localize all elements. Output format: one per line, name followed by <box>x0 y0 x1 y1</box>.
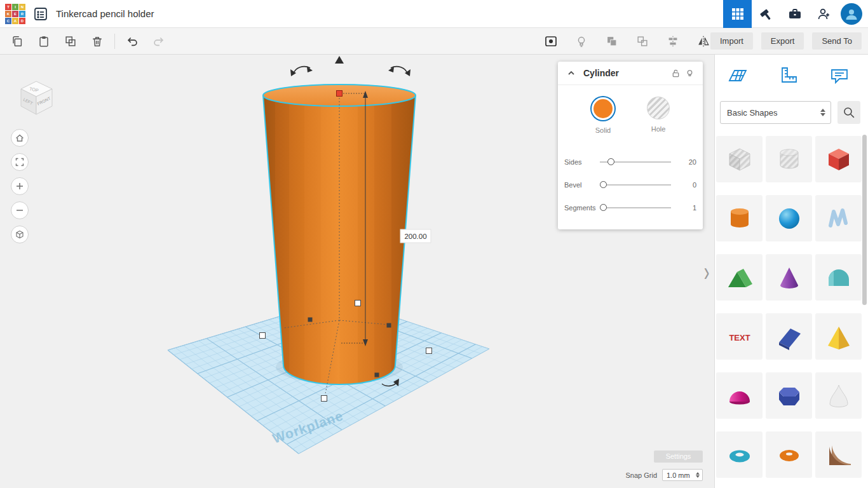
shape-tiles-grid: TEXT <box>716 136 862 478</box>
sides-slider-knob[interactable] <box>607 158 614 165</box>
hole-label: Hole <box>651 125 666 133</box>
paste-icon[interactable] <box>34 32 53 51</box>
shape-t tile-fillet[interactable] <box>815 431 862 478</box>
shape-tile-pyramid[interactable] <box>815 313 862 360</box>
segments-row: Segments 1 <box>564 196 696 219</box>
tinkercad-logo[interactable]: T I N K E R C A D <box>5 4 25 24</box>
edge-handle[interactable] <box>308 318 313 322</box>
undo-icon[interactable] <box>123 32 142 51</box>
export-button[interactable]: Export <box>761 32 804 50</box>
solid-swatch[interactable] <box>593 99 613 118</box>
classes-briefcase-icon[interactable] <box>780 0 809 28</box>
snap-grid-select[interactable]: 1.0 mm <box>662 469 703 481</box>
hole-option[interactable]: Hole <box>647 97 670 134</box>
duplicate-icon[interactable] <box>61 32 80 51</box>
snap-grid-control: Snap Grid 1.0 mm <box>625 469 703 481</box>
logo-tile: D <box>19 18 25 24</box>
shape-tile-round-roof[interactable] <box>815 254 862 301</box>
corner-handle[interactable] <box>426 348 432 354</box>
segments-slider-knob[interactable] <box>600 204 607 211</box>
perspective-toggle-button[interactable] <box>11 226 29 243</box>
rotate-handle-top-left[interactable] <box>290 67 313 76</box>
shape-tile-hole-cylinder[interactable] <box>766 136 812 182</box>
visibility-bulb-icon[interactable] <box>682 66 696 80</box>
solid-option[interactable]: Solid <box>591 97 615 134</box>
home-view-button[interactable] <box>11 129 29 147</box>
copy-icon[interactable] <box>8 32 27 51</box>
lock-icon[interactable] <box>668 66 682 80</box>
shape-search-button[interactable] <box>837 101 860 124</box>
collapse-chevron-icon[interactable] <box>564 66 578 80</box>
shape-category-select[interactable]: Basic Shapes <box>720 101 831 124</box>
hole-swatch[interactable] <box>647 97 670 119</box>
logo-tile: T <box>5 4 11 10</box>
shape-tile-sphere[interactable] <box>766 195 812 241</box>
fit-view-button[interactable] <box>11 153 29 171</box>
zoom-in-button[interactable] <box>11 177 29 195</box>
design-menu-icon[interactable] <box>33 6 48 22</box>
corner-handle[interactable] <box>260 333 266 339</box>
edge-handle[interactable] <box>387 323 391 328</box>
align-icon[interactable] <box>663 32 682 51</box>
shape-tile-hole-box[interactable] <box>716 136 763 182</box>
snap-grid-arrows-icon <box>693 472 702 478</box>
shape-tile-torus[interactable] <box>716 431 763 478</box>
solid-label: Solid <box>595 126 611 134</box>
redo-icon[interactable] <box>149 32 168 51</box>
shape-tile-scribble[interactable] <box>815 195 862 241</box>
corner-handle[interactable] <box>322 396 327 402</box>
shapes-panel: Basic Shapes <box>715 55 868 488</box>
logo-tile: K <box>5 11 11 17</box>
panel-collapse-handle[interactable]: › <box>700 248 713 297</box>
tinker-hammer-icon[interactable] <box>752 0 780 28</box>
top-height-handle[interactable] <box>337 91 342 97</box>
dashboard-grid-icon[interactable] <box>723 0 752 28</box>
send-to-button[interactable]: Send To <box>812 32 861 50</box>
design-title: Tinkercad pencil holder <box>56 0 154 28</box>
import-button[interactable]: Import <box>710 32 753 50</box>
tinkercad-app: T I N K E R C A D Tinkercad pencil holde… <box>0 0 868 488</box>
invite-person-icon[interactable] <box>809 0 837 28</box>
shape-tile-half-sphere[interactable] <box>716 372 763 419</box>
shape-tile-roof[interactable] <box>716 254 763 301</box>
logo-tile: R <box>19 11 25 17</box>
lightbulb-icon[interactable] <box>572 32 591 51</box>
workplane-tool-icon[interactable] <box>727 65 749 86</box>
shape-inspector: Cylinder Solid <box>558 62 703 229</box>
header-actions <box>723 0 868 28</box>
edge-handle[interactable] <box>375 373 379 377</box>
bevel-slider-knob[interactable] <box>600 181 607 188</box>
dimension-input[interactable]: 200.00 <box>400 229 431 243</box>
shape-tile-polygon[interactable] <box>766 372 812 419</box>
material-options: Solid Hole <box>558 85 703 142</box>
mid-height-handle[interactable] <box>355 301 361 306</box>
group-icon[interactable] <box>602 32 621 51</box>
shape-tile-cone[interactable] <box>766 254 812 301</box>
ruler-tool-icon[interactable] <box>778 65 799 86</box>
view-cube[interactable]: TOP LEFT FRONT <box>21 81 52 114</box>
settings-button[interactable]: Settings <box>654 451 703 463</box>
panel-scrollbar[interactable] <box>862 135 867 305</box>
segments-slider[interactable] <box>600 204 671 212</box>
delete-icon[interactable] <box>88 32 107 51</box>
logo-tile: E <box>12 11 18 17</box>
shape-tile-text[interactable]: TEXT <box>716 313 763 360</box>
bevel-slider[interactable] <box>600 181 671 189</box>
shape-category-value: Basic Shapes <box>721 108 815 118</box>
shape-tile-box[interactable] <box>815 136 862 182</box>
shape-tile-wedge[interactable] <box>766 313 812 360</box>
rotate-handle-top-right[interactable] <box>388 67 410 76</box>
zoom-out-button[interactable] <box>11 201 29 219</box>
design-canvas[interactable]: Workplane <box>0 55 715 488</box>
notes-tool-icon[interactable] <box>829 65 850 86</box>
ungroup-icon[interactable] <box>633 32 652 51</box>
shape-tile-tube[interactable] <box>766 431 812 478</box>
shape-tile-paraboloid[interactable] <box>815 372 862 419</box>
move-up-arrow-handle[interactable] <box>335 56 344 64</box>
shape-tile-cylinder[interactable] <box>716 195 763 241</box>
show-all-icon[interactable] <box>541 32 560 51</box>
shape-parameters: Sides 20 Bevel 0 Segments 1 <box>558 142 703 229</box>
user-avatar[interactable] <box>841 3 862 25</box>
inspector-header: Cylinder <box>558 62 703 85</box>
sides-slider[interactable] <box>600 158 671 166</box>
